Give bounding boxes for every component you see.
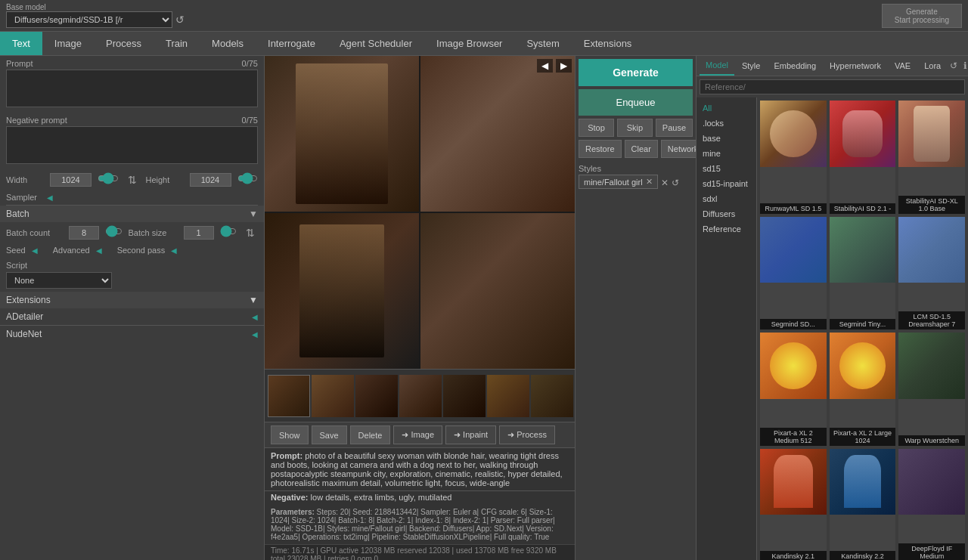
tab-text[interactable]: Text <box>0 32 42 55</box>
batch-header[interactable]: Batch ▼ <box>0 206 264 222</box>
skip-button[interactable]: Skip <box>617 119 653 137</box>
next-image-btn[interactable]: ▶ <box>556 59 572 73</box>
model-tab-vae[interactable]: VAE <box>889 57 917 75</box>
model-card-lcm[interactable]: LCM SD-1.5 Dreamshaper 7 <box>898 217 965 330</box>
thumb-4[interactable] <box>399 375 442 417</box>
style-tag-2-close[interactable]: ✕ <box>661 178 669 188</box>
tab-agent-scheduler[interactable]: Agent Scheduler <box>327 32 424 55</box>
status-bar: Time: 16.71s | GPU active 12038 MB reser… <box>265 544 575 560</box>
info-icon[interactable]: ℹ <box>962 59 968 73</box>
delete-button[interactable]: Delete <box>350 425 391 444</box>
generate-button[interactable]: Generate <box>579 59 693 86</box>
batch-size-input[interactable]: 1 <box>184 226 214 240</box>
prompt-input[interactable] <box>6 70 258 107</box>
height-slider[interactable] <box>237 172 259 184</box>
sidebar-item-reference[interactable]: Reference <box>697 221 756 237</box>
thumb-7[interactable] <box>531 375 573 417</box>
neg-prompt-input[interactable] <box>6 126 258 164</box>
prev-image-btn[interactable]: ◀ <box>537 59 553 73</box>
sidebar-item-sd15-inpaint[interactable]: sd15-inpaint <box>697 176 756 191</box>
tab-train[interactable]: Train <box>154 32 200 55</box>
thumb-2[interactable] <box>312 375 354 417</box>
sidebar-item-all[interactable]: All <box>697 101 756 116</box>
refresh-button[interactable]: ↺ <box>175 14 185 26</box>
model-card-kandinsky22[interactable]: Kandinsky 2.2 <box>830 449 896 561</box>
neg-prompt-section: Negative prompt 0/75 <box>0 113 264 169</box>
model-tab-style[interactable]: Style <box>736 57 766 75</box>
to-image-button[interactable]: ➜ Image <box>393 425 442 444</box>
model-card-segmind[interactable]: Segmind SD... <box>760 217 827 330</box>
width-slider[interactable] <box>98 172 119 184</box>
model-tab-embedding[interactable]: Embedding <box>768 57 822 75</box>
tab-models[interactable]: Models <box>200 32 256 55</box>
script-select[interactable]: None <box>6 272 112 289</box>
batch-count-input[interactable]: 8 <box>69 226 99 240</box>
extensions-header[interactable]: Extensions ▼ <box>0 292 264 308</box>
sidebar-item-mine[interactable]: mine <box>697 146 756 161</box>
action-buttons: Show Save Delete ➜ Image ➜ Inpaint ➜ Pro… <box>265 422 575 447</box>
model-card-warp[interactable]: Warp Wuerstchen <box>898 333 965 446</box>
nudenet-arrow[interactable]: ◀ <box>252 330 258 339</box>
tab-extensions[interactable]: Extensions <box>572 32 644 55</box>
batch-count-slider[interactable] <box>105 225 123 237</box>
model-card-stabilityxl[interactable]: StabilityAI SD-XL 1.0 Base <box>898 101 965 214</box>
save-button[interactable]: Save <box>312 425 347 444</box>
reload-styles-icon[interactable]: ↺ <box>672 178 679 188</box>
style-tag-1-close[interactable]: ✕ <box>646 177 653 187</box>
model-card-segmind-tiny[interactable]: Segmind Tiny... <box>830 217 896 330</box>
thumb-6[interactable] <box>487 375 529 417</box>
enqueue-button[interactable]: Enqueue <box>579 89 693 116</box>
tab-interrogate[interactable]: Interrogate <box>256 32 327 55</box>
pause-button[interactable]: Pause <box>656 119 693 137</box>
advanced-arrow[interactable]: ◀ <box>96 246 102 255</box>
to-process-button[interactable]: ➜ Process <box>499 425 555 444</box>
clear-button[interactable]: Clear <box>625 140 658 158</box>
batch-size-slider[interactable] <box>220 225 237 237</box>
thumb-3[interactable] <box>355 375 398 417</box>
model-select[interactable]: Diffusers/segmind/SSD-1B [/r <box>6 11 172 28</box>
sidebar-item-base[interactable]: base <box>697 131 756 146</box>
model-tab-model[interactable]: Model <box>700 56 734 76</box>
model-card-kandinsky21[interactable]: Kandinsky 2.1 <box>760 449 827 561</box>
sampler-arrow[interactable]: ◀ <box>47 193 53 202</box>
restore-button[interactable]: Restore <box>579 140 622 158</box>
script-label: Script <box>6 261 258 270</box>
tab-process[interactable]: Process <box>94 32 154 55</box>
model-card-pixart-medium[interactable]: Pixart-a XL 2 Medium 512 <box>760 333 827 446</box>
params-display: Parameters: Steps: 20| Seed: 2188413442|… <box>265 505 575 544</box>
neg-display: Negative: low details, extra limbs, ugly… <box>265 490 575 505</box>
batch-swap-icon[interactable]: ⇅ <box>246 227 255 239</box>
sidebar-item-sdxl[interactable]: sdxl <box>697 191 756 206</box>
params-label: Parameters: <box>271 508 315 516</box>
thumb-5[interactable] <box>443 375 486 417</box>
width-input[interactable]: 1024 <box>50 173 92 187</box>
adetailer-arrow[interactable]: ◀ <box>252 313 258 321</box>
tab-image[interactable]: Image <box>42 32 94 55</box>
image-cell-1 <box>265 56 419 212</box>
stop-button[interactable]: Stop <box>579 119 614 137</box>
model-card-deepfloyd[interactable]: DeepFloyd IF Medium <box>898 449 965 561</box>
sidebar-item-locks[interactable]: .locks <box>697 116 756 131</box>
sidebar-item-diffusers[interactable]: Diffusers <box>697 206 756 221</box>
model-card-runway[interactable]: RunwayML SD 1.5 <box>760 101 827 214</box>
refresh-models-icon[interactable]: ↺ <box>948 59 959 73</box>
width-label: Width <box>6 175 44 184</box>
height-input[interactable]: 1024 <box>190 173 231 187</box>
tab-system[interactable]: System <box>514 32 571 55</box>
model-card-stability21[interactable]: StabilityAI SD 2.1 - <box>830 101 896 214</box>
model-tab-lora[interactable]: Lora <box>918 57 947 75</box>
nav-tabs: Text Image Process Train Models Interrog… <box>0 32 968 56</box>
swap-icon[interactable]: ⇅ <box>128 174 137 186</box>
model-tab-hypernetwork[interactable]: Hypernetwork <box>824 57 887 75</box>
model-card-pixart-large[interactable]: Pixart-a XL 2 Large 1024 <box>830 333 896 446</box>
model-search-input[interactable] <box>700 79 965 94</box>
to-inpaint-button[interactable]: ➜ Inpaint <box>445 425 496 444</box>
thumb-1[interactable] <box>268 375 310 417</box>
extensions-arrow: ▼ <box>249 295 258 305</box>
seed-arrow[interactable]: ◀ <box>32 246 38 255</box>
tab-image-browser[interactable]: Image Browser <box>424 32 514 55</box>
sidebar-item-sd15[interactable]: sd15 <box>697 161 756 176</box>
second-pass-arrow[interactable]: ◀ <box>171 246 177 255</box>
show-button[interactable]: Show <box>271 425 309 444</box>
generate-top-button[interactable]: Generate Start processing <box>882 4 962 28</box>
